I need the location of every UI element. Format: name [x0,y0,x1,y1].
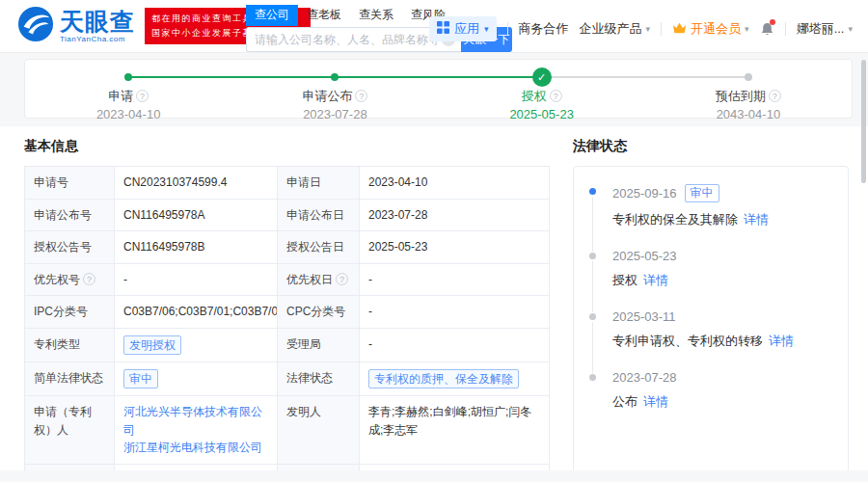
field-label: 专利类型 [34,337,80,351]
patent-type-tag: 发明授权 [123,335,181,355]
milestone-label: 申请公布 [302,89,352,103]
legal-event: 2025-05-23 授权详情 [589,249,834,309]
event-detail-link[interactable]: 详情 [643,394,668,409]
field-value: CN116495978A [115,200,278,231]
apps-menu[interactable]: 应用 ▾ [429,16,497,41]
event-status-tag: 审中 [685,184,719,202]
nav-divider [785,22,786,36]
notifications-bell-icon[interactable] [760,21,774,37]
nav-open-vip[interactable]: 开通会员 ▾ [672,20,749,38]
milestone-date: 2023-07-28 [231,107,438,121]
event-detail-link[interactable]: 详情 [643,273,668,287]
event-dot [589,313,596,320]
progress-strip: 申请? 2023-04-10 申请公布? 2023-07-28 ✓ 授权? 20… [0,53,868,126]
table-row: 专利类型 发明授权 受理局 - [25,329,549,362]
applicant-company-link[interactable]: 浙江星柯光电科技有限公司 [123,439,268,457]
event-dot [589,374,596,381]
legal-status-box: 2025-09-16 审中 专利权的保全及其解除详情 2025-05-23 授权… [573,166,849,476]
legal-status-tag: 专利权的质押、保全及解除 [368,369,519,388]
user-name: 娜塔丽... [797,20,845,38]
help-icon[interactable]: ? [336,273,348,285]
legal-event: 2023-07-28 公布详情 [589,370,834,431]
field-label: CPC分类号 [286,305,345,318]
chevron-down-icon: ▾ [484,24,489,34]
search-tab-company[interactable]: 查公司 [246,5,298,26]
nav-divider [661,22,662,36]
milestone-dot [124,73,132,81]
help-icon[interactable]: ? [550,90,562,102]
main-content: 基本信息 申请号 CN202310374599.4 申请日 2023-04-10… [0,126,868,482]
nav-business-cooperation[interactable]: 商务合作 [519,20,569,38]
milestone-date: 2025-05-23 [439,107,645,121]
field-label: 申请（专利权）人 [34,405,92,437]
field-label: 申请公布号 [34,208,92,222]
eye-logo-icon [17,6,54,46]
help-icon[interactable]: ? [136,90,149,102]
field-value: 2025-05-23 [360,231,551,263]
field-label: 授权公告日 [286,240,344,254]
help-icon[interactable]: ? [769,90,781,102]
field-value: - [360,296,551,328]
milestone-expiry: 预估到期? 2043-04-10 [645,67,852,121]
help-icon[interactable]: ? [83,273,95,285]
field-label: 申请号 [34,175,68,189]
vip-label: 开通会员 [691,20,741,38]
logo-name: 天眼查 [60,10,135,34]
table-row: 优先权号? - 优先权日? - [25,264,549,297]
field-label: 申请日 [286,175,321,189]
event-text: 专利申请权、专利权的转移 [612,334,763,348]
milestone-grant: ✓ 授权? 2025-05-23 [439,67,645,121]
milestone-label: 申请 [108,89,133,103]
event-detail-link[interactable]: 详情 [744,212,769,227]
field-value: - [360,264,551,296]
chevron-down-icon: ▾ [745,24,749,34]
field-label: 发明人 [286,405,321,418]
header-nav: 应用 ▾ 商务合作 企业级产品 ▾ 开通会员 ▾ [429,16,853,41]
nav-divider [507,22,508,36]
user-menu[interactable]: 娜塔丽... ▾ [797,20,853,38]
enterprise-label: 企业级产品 [580,20,642,38]
legal-event: 2025-09-16 审中 专利权的保全及其解除详情 [589,184,834,249]
table-row: 申请公布号 CN116495978A 申请公布日 2023-07-28 [25,200,549,232]
field-value: - [115,264,278,296]
event-date: 2025-05-23 [612,249,677,263]
event-text: 公布 [612,394,637,409]
basic-info-title: 基本信息 [24,138,550,155]
milestone-dot [745,73,752,81]
table-row: 授权公告号 CN116495978B 授权公告日 2025-05-23 [25,231,549,264]
event-text: 授权 [612,273,637,287]
milestone-date: 2043-04-10 [645,107,852,121]
help-icon[interactable]: ? [355,90,367,102]
tianyancha-logo[interactable]: 天眼查 TianYanCha.com [17,6,135,46]
field-label: 优先权日 [286,273,333,286]
event-dot [589,188,596,195]
milestone-date: 2023-04-10 [25,107,231,121]
vertical-scrollbar[interactable] [861,60,866,183]
applicant-company-link[interactable]: 河北光兴半导体技术有限公司 [123,403,268,439]
event-detail-link[interactable]: 详情 [769,334,794,348]
milestone-label: 授权 [522,89,547,103]
field-label: 法律状态 [286,371,333,385]
field-label: 申请公布日 [286,208,344,222]
top-header: 天眼查 TianYanCha.com 都在用的商业查询工具 国家中小企业发展子基… [0,0,868,53]
legal-event: 2025-03-11 专利申请权、专利权的转移详情 [589,309,834,370]
basic-info-table: 申请号 CN202310374599.4 申请日 2023-04-10 申请公布… [24,166,550,482]
table-row: IPC分类号 C03B7/06;C03B7/01;C03B7/02 CPC分类号… [25,296,549,329]
chevron-down-icon: ▾ [848,24,853,34]
search-tab-relation[interactable]: 查关系 [350,5,402,26]
field-label: 受理局 [286,337,321,351]
chevron-down-icon: ▾ [646,24,651,34]
field-value: 2023-07-28 [360,200,551,231]
event-date: 2023-07-28 [612,370,677,385]
field-label: 简单法律状态 [34,371,103,385]
milestone-check-icon: ✓ [532,67,552,87]
field-label: 授权公告号 [34,240,92,254]
search-tab-boss[interactable]: 查老板 [298,5,350,26]
field-value: CN116495978B [115,231,278,263]
table-row: 简单法律状态 审中 法律状态 专利权的质押、保全及解除 [25,362,549,396]
simple-legal-status-tag: 审中 [123,369,158,388]
event-dot [589,253,596,259]
milestone-publication: 申请公布? 2023-07-28 [231,67,438,121]
nav-enterprise-products[interactable]: 企业级产品 ▾ [580,20,651,38]
milestone-application: 申请? 2023-04-10 [25,67,231,121]
